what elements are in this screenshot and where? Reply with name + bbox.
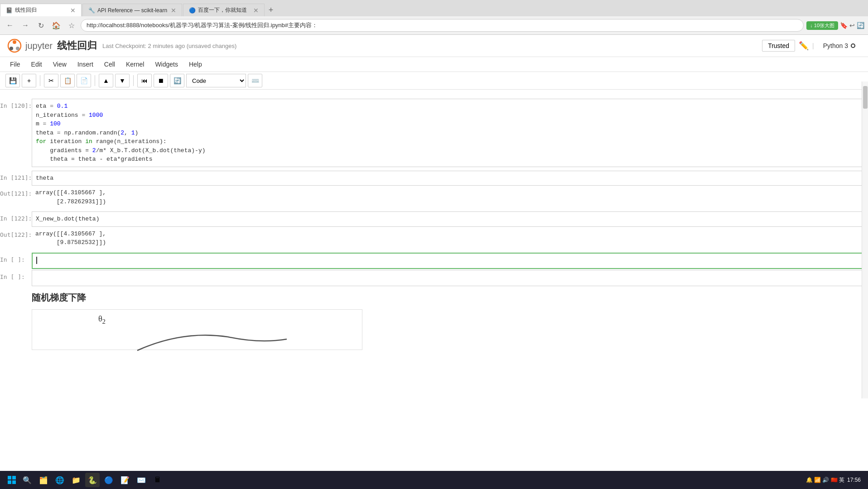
separator: | bbox=[812, 42, 814, 49]
taskbar-python[interactable]: 🐍 bbox=[85, 473, 100, 487]
cut-button[interactable]: ✂ bbox=[44, 74, 58, 87]
bookmark-button[interactable]: ☆ bbox=[65, 19, 78, 32]
tab-3[interactable]: 🔵 百度一下，你就知道 ✕ bbox=[183, 4, 265, 16]
scrollbar-thumb[interactable] bbox=[863, 86, 868, 109]
trusted-button[interactable]: Trusted bbox=[762, 40, 795, 52]
address-bar-row: ← → ↻ 🏠 ☆ ↓ 10张大图 🔖 ↩ 🔄 bbox=[0, 16, 868, 34]
kernel-label: Python 3 bbox=[823, 42, 848, 49]
menu-edit[interactable]: Edit bbox=[27, 59, 47, 70]
paste-button[interactable]: 📄 bbox=[77, 74, 91, 87]
cell-121-in-label: In [121]: bbox=[0, 174, 32, 181]
empty-cell-left: In [ ]: bbox=[0, 270, 32, 286]
tab-close-3[interactable]: ✕ bbox=[253, 7, 259, 14]
chart-svg bbox=[115, 328, 296, 355]
svg-rect-6 bbox=[8, 480, 11, 484]
chart-content: θ2 bbox=[32, 309, 868, 350]
menu-cell[interactable]: Cell bbox=[100, 59, 120, 70]
active-cell-code[interactable] bbox=[32, 253, 868, 269]
cell-121-in-content[interactable]: theta bbox=[32, 171, 868, 186]
jupyter-logo-icon bbox=[7, 38, 22, 53]
toolbar: 💾 + ✂ 📋 📄 ▲ ▼ ⏮ ⏹ 🔄 Code Markdown Raw NB… bbox=[0, 72, 868, 90]
notebook-title[interactable]: 线性回归 bbox=[57, 39, 97, 53]
empty-cell-content[interactable] bbox=[32, 270, 868, 286]
refresh-kernel-button[interactable]: 🔄 bbox=[170, 74, 184, 87]
taskbar-ie[interactable]: 🌐 bbox=[53, 473, 67, 487]
svg-rect-4 bbox=[8, 476, 11, 479]
taskbar: 🔍 🗂️ 🌐 📁 🐍 🔵 📝 ✉️ 🖩 🔔 📶 🔊 🇨🇳 英 17:56 bbox=[0, 471, 868, 489]
tab-favicon-3: 🔵 bbox=[189, 7, 195, 14]
menu-view[interactable]: View bbox=[48, 59, 71, 70]
move-up-button[interactable]: ▲ bbox=[99, 74, 113, 87]
cell-122-out-label: Out[122]: bbox=[0, 231, 32, 238]
empty-cell-code[interactable] bbox=[32, 270, 868, 286]
extension-icons: ↓ 10张大图 🔖 ↩ 🔄 bbox=[806, 21, 864, 30]
cell-121-out-content: array([[4.3105667 ], [2.78262931]]) bbox=[32, 187, 868, 208]
scrollbar-track[interactable] bbox=[862, 82, 868, 398]
tab-close-2[interactable]: ✕ bbox=[171, 7, 176, 14]
refresh-button[interactable]: ↻ bbox=[34, 19, 47, 32]
run-first-button[interactable]: ⏮ bbox=[137, 74, 152, 87]
windows-logo-icon bbox=[7, 475, 16, 484]
active-cell-content[interactable] bbox=[32, 253, 868, 269]
section-heading-content: 随机梯度下降 bbox=[32, 290, 868, 306]
menu-insert[interactable]: Insert bbox=[73, 59, 98, 70]
cell-122-output: array([[4.3105667 ], [9.87582532]]) bbox=[32, 228, 868, 249]
back-button[interactable]: ← bbox=[4, 19, 16, 32]
menu-widgets[interactable]: Widgets bbox=[150, 59, 183, 70]
cell-122-in-label: In [122]: bbox=[0, 215, 32, 222]
cell-122-in-content[interactable]: X_new_b.dot(theta) bbox=[32, 211, 868, 227]
taskbar-task-view[interactable]: 🗂️ bbox=[36, 473, 51, 487]
address-input[interactable] bbox=[81, 19, 804, 32]
output-line-2: [2.78262931]]) bbox=[35, 197, 864, 206]
tab-close-1[interactable]: ✕ bbox=[70, 7, 76, 14]
new-tab-button[interactable]: + bbox=[265, 4, 277, 16]
home-button[interactable]: 🏠 bbox=[50, 19, 63, 32]
cell-121-code[interactable]: theta bbox=[32, 171, 868, 186]
code-theta-line: theta bbox=[36, 174, 864, 183]
taskbar-vscode[interactable]: 📝 bbox=[118, 473, 132, 487]
taskbar-icons: 🔍 🗂️ 🌐 📁 🐍 🔵 📝 ✉️ 🖩 bbox=[20, 473, 806, 487]
chart-left bbox=[0, 309, 32, 350]
stop-button[interactable]: ⏹ bbox=[154, 74, 168, 87]
cell-122-out-left: Out[122]: bbox=[0, 228, 32, 249]
cell-121-in-container: In [121]: theta bbox=[0, 171, 868, 186]
taskbar-start-button[interactable] bbox=[4, 472, 20, 488]
taskbar-mail[interactable]: ✉️ bbox=[134, 473, 149, 487]
notebook-content: In [120]: eta = 0.1 n_iterations = 1000 … bbox=[0, 90, 868, 489]
cell-120-code[interactable]: eta = 0.1 n_iterations = 1000 m = 100 th… bbox=[32, 99, 868, 167]
tab-2[interactable]: 🔧 API Reference — scikit-learn ✕ bbox=[82, 4, 182, 16]
save-button[interactable]: 💾 bbox=[5, 74, 20, 87]
keyboard-button[interactable]: ⌨️ bbox=[248, 74, 262, 87]
forward-button[interactable]: → bbox=[19, 19, 32, 32]
menu-help[interactable]: Help bbox=[184, 59, 207, 70]
svg-point-2 bbox=[16, 47, 19, 50]
cell-120-label: In [120]: bbox=[0, 102, 32, 109]
jupyter-logo: jupyter bbox=[7, 38, 53, 53]
menu-kernel[interactable]: Kernel bbox=[121, 59, 149, 70]
menu-bar: File Edit View Insert Cell Kernel Widget… bbox=[0, 57, 868, 72]
tab-active[interactable]: 📓 线性回归 ✕ bbox=[0, 4, 82, 16]
copy-button[interactable]: 📋 bbox=[60, 74, 75, 87]
add-cell-button[interactable]: + bbox=[22, 74, 36, 87]
active-cell-container: In [ ]: bbox=[0, 253, 868, 269]
edit-pencil-icon[interactable]: ✏️ bbox=[799, 41, 809, 51]
jupyter-header: jupyter 线性回归 Last Checkpoint: 2 minutes … bbox=[0, 35, 868, 57]
cell-120-container: In [120]: eta = 0.1 n_iterations = 1000 … bbox=[0, 99, 868, 167]
code-line-1: eta = 0.1 bbox=[36, 102, 864, 111]
cell-120-content[interactable]: eta = 0.1 n_iterations = 1000 m = 100 th… bbox=[32, 99, 868, 167]
taskbar-calc[interactable]: 🖩 bbox=[150, 473, 165, 487]
output-122-line-1: array([[4.3105667 ], bbox=[35, 230, 864, 239]
taskbar-explorer[interactable]: 📁 bbox=[69, 473, 83, 487]
empty-cell-label: In [ ]: bbox=[0, 273, 25, 280]
taskbar-search[interactable]: 🔍 bbox=[20, 473, 34, 487]
code-line-5: for iteration in range(n_iterations): bbox=[36, 137, 864, 146]
chart-area: θ2 bbox=[32, 309, 362, 350]
cursor bbox=[36, 257, 37, 264]
cell-type-select[interactable]: Code Markdown Raw NBConvert Heading bbox=[186, 74, 246, 87]
checkpoint-info: Last Checkpoint: 2 minutes ago (unsaved … bbox=[102, 43, 236, 49]
taskbar-chrome[interactable]: 🔵 bbox=[101, 473, 116, 487]
move-down-button[interactable]: ▼ bbox=[115, 74, 130, 87]
output-122-line-2: [9.87582532]]) bbox=[35, 238, 864, 247]
cell-122-code[interactable]: X_new_b.dot(theta) bbox=[32, 211, 868, 227]
menu-file[interactable]: File bbox=[5, 59, 25, 70]
